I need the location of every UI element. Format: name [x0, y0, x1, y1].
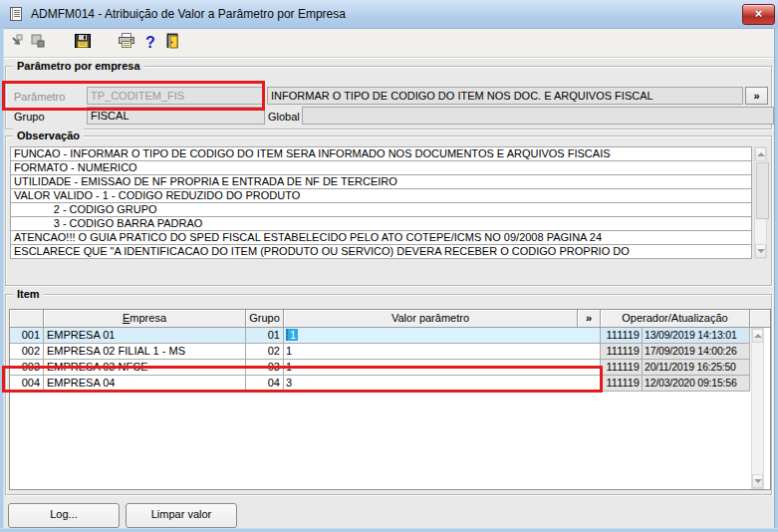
column-header-operador[interactable]: Operador/Atualização [601, 310, 750, 328]
observacao-line: ESCLARECE QUE "A IDENTIFICACAO DO ITEM (… [10, 244, 752, 259]
cell-operador: 111119 [601, 344, 643, 360]
cell-grupo: 01 [246, 328, 284, 344]
cascade-windows-icon [29, 32, 47, 54]
cascade-windows-button[interactable] [27, 33, 49, 53]
observacao-groupbox: Observação FUNCAO - INFORMAR O TIPO DE C… [5, 135, 772, 286]
limpar-valor-button[interactable]: Limpar valor [126, 503, 237, 528]
cell-atualizacao: 20/11/2019 16:25:50 [643, 360, 750, 376]
observacao-group-title: Observação [13, 129, 84, 142]
exit-button[interactable] [162, 33, 184, 53]
help-icon: ? [145, 34, 155, 52]
scroll-up-icon [757, 152, 765, 156]
scroll-up-button[interactable] [755, 147, 766, 161]
help-button[interactable]: ? [139, 33, 161, 53]
observacao-line: ATENCAO!!! O GUIA PRATICO DO SPED FISCAL… [10, 230, 752, 245]
observacao-line: FORMATO - NUMERICO [10, 160, 752, 175]
cell-atualizacao: 13/09/2019 14:13:01 [643, 328, 750, 344]
cell-valor[interactable]: 1 [284, 344, 601, 360]
scroll-up-button[interactable] [752, 329, 763, 343]
observacao-line: VALOR VALIDO - 1 - CODIGO REDUZIDO DO PR… [10, 188, 752, 203]
save-button[interactable] [72, 33, 94, 53]
column-header-grupo[interactable]: Grupo [246, 310, 284, 328]
item-groupbox: Item Empresa Grupo Valor parâmetro » Ope… [5, 294, 772, 495]
observacao-line: UTILIDADE - EMISSAO DE NF PROPRIA E ENTR… [10, 174, 752, 189]
observacao-line: 2 - CODIGO GRUPO [10, 202, 752, 217]
cell-grupo: 02 [246, 344, 284, 360]
window-title: ADMFM014 - Atribuição de Valor a Parâmet… [31, 7, 346, 21]
global-label: Global [268, 110, 300, 124]
transfer-arrow-icon [7, 32, 25, 54]
close-icon: × [755, 6, 763, 21]
cell-rownum: 002 [10, 344, 44, 360]
window-border-left [0, 28, 4, 532]
cell-valor[interactable]: 3 [284, 376, 601, 392]
exit-door-icon [164, 32, 182, 54]
scroll-up-icon [754, 334, 762, 338]
cell-empresa: EMPRESA 03 NFCE [44, 360, 246, 376]
parametro-descricao-field[interactable]: INFORMAR O TIPO DE CODIGO DO ITEM NOS DO… [267, 87, 743, 105]
column-header-empresa[interactable]: Empresa [44, 310, 246, 328]
cell-rownum: 001 [10, 328, 44, 344]
column-header-filler [750, 310, 770, 328]
parametro-label: Parâmetro [14, 90, 65, 104]
transfer-button[interactable] [5, 33, 27, 53]
column-header-valor[interactable]: Valor parâmetro [284, 310, 578, 328]
table-row[interactable]: 001 EMPRESA 01 01 1 111119 13/09/2019 14… [10, 328, 750, 344]
global-field[interactable] [302, 107, 774, 125]
cell-rownum: 003 [10, 360, 44, 376]
item-group-title: Item [13, 287, 44, 301]
cell-operador: 111119 [601, 360, 643, 376]
scrollbar-thumb[interactable] [756, 162, 769, 219]
cell-atualizacao: 12/03/2020 09:15:56 [643, 376, 750, 392]
observacao-line: FUNCAO - INFORMAR O TIPO DE CODIGO DO IT… [10, 146, 752, 161]
close-button[interactable]: × [742, 4, 775, 25]
table-row[interactable]: 003 EMPRESA 03 NFCE 03 1 111119 20/11/20… [10, 360, 750, 376]
document-icon [8, 6, 24, 22]
scroll-down-icon [754, 479, 762, 483]
selected-value: 1 [288, 329, 298, 341]
cell-empresa: EMPRESA 01 [44, 328, 246, 344]
parametro-field[interactable]: TP_CODITEM_FIS [87, 87, 265, 105]
descricao-expand-button[interactable]: » [745, 87, 768, 105]
titlebar: ADMFM014 - Atribuição de Valor a Parâmet… [0, 0, 778, 29]
printer-icon [118, 32, 135, 54]
grupo-field[interactable]: FISCAL [87, 107, 265, 125]
column-header-expand[interactable]: » [578, 310, 601, 328]
print-button[interactable] [116, 33, 137, 53]
window-border-bottom [0, 528, 778, 532]
parametro-group-title: Parâmetro por empresa [13, 59, 144, 73]
column-header-rownum[interactable] [10, 310, 44, 328]
cell-rownum: 004 [10, 376, 44, 392]
cell-operador: 111119 [601, 328, 643, 344]
window-border-right [774, 28, 778, 532]
table-row[interactable]: 002 EMPRESA 02 FILIAL 1 - MS 02 1 111119… [10, 344, 750, 360]
cell-atualizacao: 17/09/2019 14:00:26 [643, 344, 750, 360]
table-row[interactable]: 004 EMPRESA 04 04 3 111119 12/03/2020 09… [10, 376, 750, 392]
save-floppy-icon [74, 32, 92, 54]
cell-grupo: 04 [246, 376, 284, 392]
item-table: Empresa Grupo Valor parâmetro » Operador… [9, 309, 771, 490]
grupo-label: Grupo [14, 110, 45, 124]
cell-empresa: EMPRESA 04 [44, 376, 246, 392]
cell-valor[interactable]: 1 [284, 360, 601, 376]
scroll-down-icon [757, 249, 765, 253]
cell-operador: 111119 [601, 376, 643, 392]
scroll-down-button[interactable] [752, 474, 763, 488]
cell-empresa: EMPRESA 02 FILIAL 1 - MS [44, 344, 246, 360]
item-table-scrollbar[interactable] [751, 328, 764, 489]
scroll-down-button[interactable] [755, 244, 766, 258]
cell-valor-editing[interactable]: 1 [284, 328, 601, 344]
log-button[interactable]: Log... [8, 503, 120, 528]
parametro-groupbox: Parâmetro por empresa Parâmetro TP_CODIT… [5, 66, 772, 130]
empresa-rest: mpresa [130, 312, 166, 324]
cell-grupo: 03 [246, 360, 284, 376]
observacao-scrollbar[interactable] [754, 146, 767, 259]
observacao-line: 3 - CODIGO BARRA PADRAO [10, 216, 752, 231]
